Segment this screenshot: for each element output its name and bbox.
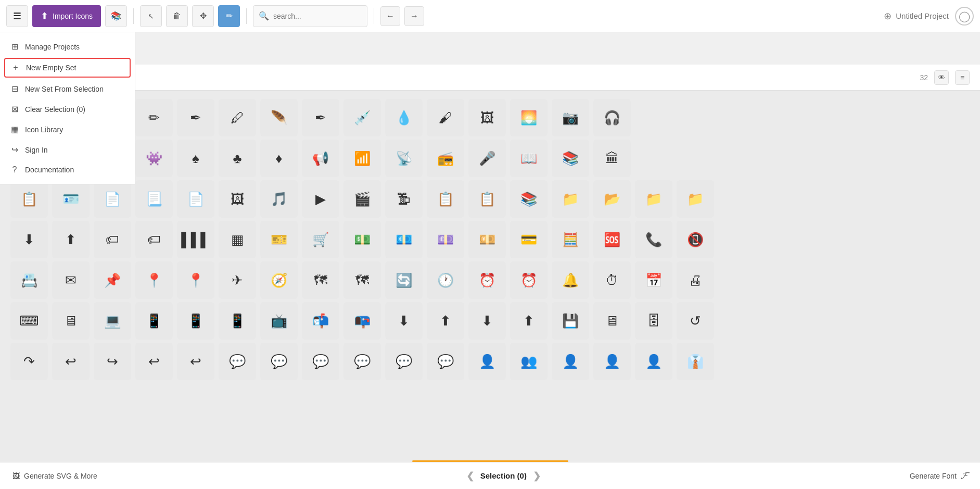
selection-next-button[interactable]: ❯ (533, 470, 541, 482)
icon-clubs[interactable]: ♣ (219, 140, 256, 177)
icon-pen2[interactable]: 🖊 (219, 99, 256, 136)
icon-alarm[interactable]: ⏰ (510, 261, 548, 299)
selection-prev-button[interactable]: ❮ (466, 470, 474, 482)
icon-download2[interactable]: ⬇ (10, 221, 48, 258)
view-toggle-button[interactable]: 👁 (934, 70, 949, 85)
icon-ticket[interactable]: 🎫 (260, 221, 298, 258)
icon-bubble3[interactable]: 💬 (343, 343, 381, 380)
icon-file-zip[interactable]: 🗜 (385, 180, 423, 218)
icon-reply[interactable]: ↩ (135, 343, 173, 380)
icon-wifi[interactable]: 📶 (343, 140, 381, 177)
icon-pencil[interactable]: ✏ (135, 99, 173, 136)
icon-display[interactable]: 🖥 (52, 302, 90, 340)
icon-feather[interactable]: 🪶 (260, 99, 298, 136)
search-input[interactable] (273, 12, 362, 20)
icon-images[interactable]: 🌅 (510, 99, 548, 136)
sidebar-item-sign-in[interactable]: ↪ Sign In (0, 140, 135, 160)
icon-pushpin[interactable]: 📌 (94, 261, 131, 299)
icon-keyboard[interactable]: ⌨ (10, 302, 48, 340)
library-button[interactable]: 📚 (105, 5, 127, 27)
icon-undo[interactable]: ↺ (677, 302, 714, 340)
generate-svg-label[interactable]: Generate SVG & More (24, 472, 97, 480)
icon-coin-pound[interactable]: 💷 (427, 221, 464, 258)
icon-drawer2[interactable]: 📭 (343, 302, 381, 340)
icon-credit-card[interactable]: 💳 (510, 221, 548, 258)
icon-bubble4[interactable]: 💬 (385, 343, 423, 380)
icon-phone-hang-up[interactable]: 📵 (677, 221, 714, 258)
delete-button[interactable]: 🗑 (166, 5, 188, 27)
import-icons-button[interactable]: ⬆ Import Icons (32, 5, 101, 27)
generate-font-label[interactable]: Generate Font (910, 472, 957, 480)
undo-button[interactable]: ← (380, 6, 400, 26)
icon-user-check[interactable]: 👤 (635, 343, 672, 380)
icon-library[interactable]: 🏛 (593, 140, 631, 177)
icon-mobile[interactable]: 📱 (135, 302, 173, 340)
icon-undo2[interactable]: ↩ (52, 343, 90, 380)
icon-profile[interactable]: 🪪 (52, 180, 90, 218)
icon-paint-format[interactable]: 🖌 (427, 99, 464, 136)
move-button[interactable]: ✥ (192, 5, 214, 27)
icon-coin-yen[interactable]: 💴 (468, 221, 506, 258)
icon-user-tie[interactable]: 👔 (677, 343, 714, 380)
icon-bubbles[interactable]: 💬 (260, 343, 298, 380)
icon-copy[interactable]: 📋 (427, 180, 464, 218)
icon-file-music[interactable]: 🎵 (260, 180, 298, 218)
icon-coin-dollar[interactable]: 💵 (343, 221, 381, 258)
icon-image[interactable]: 🖼 (468, 99, 506, 136)
sidebar-item-clear-selection[interactable]: ⊠ Clear Selection (0) (0, 99, 135, 119)
icon-tablet[interactable]: 📱 (219, 302, 256, 340)
icon-tv[interactable]: 📺 (260, 302, 298, 340)
icon-map[interactable]: 🗺 (302, 261, 339, 299)
icon-books[interactable]: 📚 (552, 140, 589, 177)
icon-calculator[interactable]: 🧮 (552, 221, 589, 258)
icon-nib[interactable]: ✒ (302, 99, 339, 136)
icon-diamonds[interactable]: ♦ (260, 140, 298, 177)
icon-headphones[interactable]: 🎧 (593, 99, 631, 136)
icon-bubble5[interactable]: 💬 (427, 343, 464, 380)
avatar[interactable]: ◯ (955, 7, 974, 26)
icon-pacman[interactable]: 👾 (135, 140, 173, 177)
menu-button[interactable]: ☰ (6, 5, 28, 27)
icon-bubble2[interactable]: 💬 (302, 343, 339, 380)
icon-users[interactable]: 👥 (510, 343, 548, 380)
icon-qrcode[interactable]: ▦ (219, 221, 256, 258)
icon-location[interactable]: 📍 (135, 261, 173, 299)
icon-folder-plus[interactable]: 📁 (635, 180, 672, 218)
icon-address-book[interactable]: 📇 (10, 261, 48, 299)
icon-box-add[interactable]: ⬇ (385, 302, 423, 340)
icon-forward[interactable]: ↪ (94, 343, 131, 380)
icon-laptop[interactable]: 💻 (94, 302, 131, 340)
redo-button[interactable]: → (404, 6, 424, 26)
icon-drive[interactable]: 🖥 (593, 302, 631, 340)
icon-compass2[interactable]: 🧭 (260, 261, 298, 299)
icon-upload2[interactable]: ⬆ (52, 221, 90, 258)
icon-reply-all[interactable]: ↩ (177, 343, 214, 380)
icon-coin-euro[interactable]: 💶 (385, 221, 423, 258)
icon-upload3[interactable]: ⬆ (510, 302, 548, 340)
icon-history[interactable]: 🔄 (385, 261, 423, 299)
icon-stopwatch[interactable]: ⏱ (593, 261, 631, 299)
icon-barcode[interactable]: ▌▌▌ (177, 221, 214, 258)
icon-drawer[interactable]: 📬 (302, 302, 339, 340)
icon-file-video[interactable]: 🎬 (343, 180, 381, 218)
icon-file-empty[interactable]: 📃 (135, 180, 173, 218)
icon-file[interactable]: 📄 (94, 180, 131, 218)
icon-mic[interactable]: 🎤 (468, 140, 506, 177)
icon-eyedropper[interactable]: 💉 (343, 99, 381, 136)
icon-bubble[interactable]: 💬 (219, 343, 256, 380)
icon-map2[interactable]: 🗺 (343, 261, 381, 299)
icon-floppy-disk[interactable]: 💾 (552, 302, 589, 340)
icon-file-picture[interactable]: 🖼 (219, 180, 256, 218)
icon-compass[interactable]: ✈ (219, 261, 256, 299)
icon-bell[interactable]: 🔔 (552, 261, 589, 299)
sidebar-item-new-empty-set[interactable]: + New Empty Set (4, 58, 131, 78)
icon-location2[interactable]: 📍 (177, 261, 214, 299)
icon-user-plus[interactable]: 👤 (552, 343, 589, 380)
icon-book[interactable]: 📖 (510, 140, 548, 177)
icon-calendar[interactable]: 📅 (635, 261, 672, 299)
icon-file-text[interactable]: 📋 (10, 180, 48, 218)
icon-redo2[interactable]: ↷ (10, 343, 48, 380)
icon-phone[interactable]: 📞 (635, 221, 672, 258)
sidebar-item-icon-library[interactable]: ▦ Icon Library (0, 119, 135, 140)
icon-folder-open[interactable]: 📂 (593, 180, 631, 218)
